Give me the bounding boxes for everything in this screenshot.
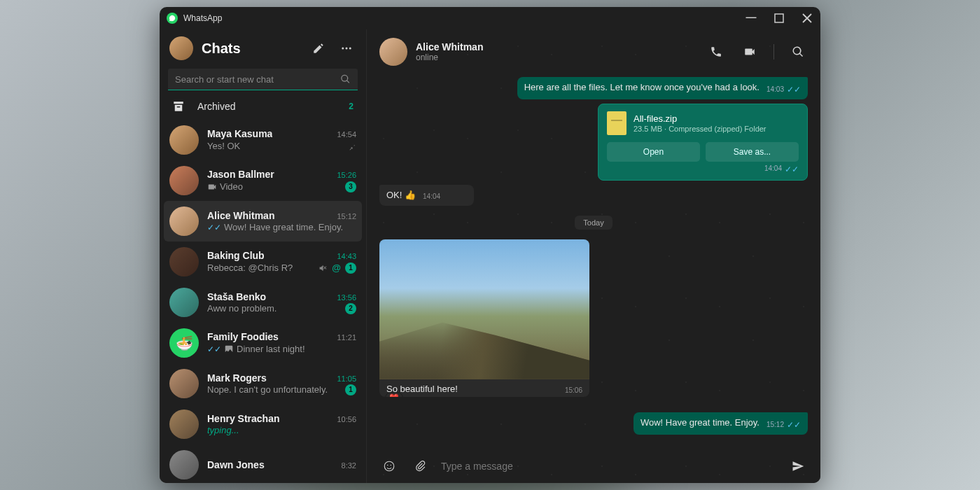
photo-icon [224, 343, 234, 356]
chat-preview: Nope. I can't go unfortunately. [207, 384, 328, 395]
app-window: WhatsApp Chats Archived 2 Maya K [160, 7, 820, 483]
chat-preview: ✓✓ Wow! Have great time. Enjoy. [207, 222, 343, 232]
chat-avatar: 🍜 [169, 328, 199, 358]
attach-button[interactable] [410, 456, 430, 476]
emoji-button[interactable] [379, 456, 399, 476]
contact-avatar[interactable] [379, 38, 407, 66]
chat-avatar [169, 288, 199, 317]
composer [367, 449, 820, 483]
search-input[interactable] [175, 74, 340, 85]
sidebar-title: Chats [202, 41, 300, 57]
message-out[interactable]: Wow! Have great time. Enjoy. 15:12✓✓ [634, 412, 808, 435]
file-attachment[interactable]: All-files.zip 23.5 MB · Compressed (zipp… [598, 104, 808, 181]
save-as-button[interactable]: Save as... [706, 142, 799, 162]
chat-name: Staša Benko [207, 291, 266, 302]
maximize-button[interactable] [773, 12, 785, 24]
search-icon [340, 73, 351, 85]
svg-point-7 [391, 465, 392, 466]
contact-status: online [416, 52, 698, 62]
message-in[interactable]: OK! 👍 14:04 [379, 185, 474, 206]
chat-item[interactable]: 🍜Family Foodies11:21✓✓ Dinner last night… [160, 323, 366, 363]
message-list[interactable]: Here are all the files. Let me know once… [367, 74, 820, 449]
contact-name: Alice Whitman [416, 41, 698, 52]
minimize-button[interactable] [745, 12, 757, 24]
chat-item[interactable]: Alice Whitman15:12✓✓ Wow! Have great tim… [164, 201, 362, 241]
chat-time: 15:12 [337, 212, 356, 220]
voice-call-button[interactable] [706, 42, 726, 62]
chat-avatar [169, 410, 199, 439]
chat-name: Alice Whitman [207, 210, 274, 221]
chat-item[interactable]: Henry Strachan10:56typing... [160, 404, 366, 444]
close-button[interactable] [801, 12, 813, 24]
file-subtitle: 23.5 MB · Compressed (zipped) Folder [634, 125, 766, 133]
open-file-button[interactable]: Open [607, 142, 700, 162]
chat-preview: typing... [207, 425, 239, 435]
message-photo[interactable] [379, 239, 589, 379]
reaction-badge[interactable]: ❤️ [385, 392, 403, 397]
chat-preview: Rebecca: @Chris R? [207, 262, 293, 273]
more-menu-button[interactable] [337, 38, 356, 58]
chat-avatar [169, 247, 199, 276]
chat-preview: Aww no problem. [207, 303, 276, 314]
read-check-icon: ✓✓ [207, 223, 221, 232]
chat-name: Dawn Jones [207, 459, 265, 470]
chat-time: 11:21 [337, 333, 356, 342]
chat-item[interactable]: Baking Club14:43Rebecca: @Chris R?@1 [160, 241, 366, 282]
message-out[interactable]: Here are all the files. Let me know once… [517, 77, 808, 99]
whatsapp-logo-icon [167, 13, 178, 24]
chat-avatar [169, 125, 199, 155]
mention-icon: @ [332, 262, 341, 273]
new-chat-button[interactable] [309, 38, 328, 58]
chat-item[interactable]: Maya Kasuma14:54Yes! OK [160, 120, 366, 160]
chat-name: Family Foodies [207, 331, 279, 342]
chat-list[interactable]: Maya Kasuma14:54Yes! OKJason Ballmer15:2… [160, 120, 366, 483]
chat-avatar [169, 450, 199, 479]
chat-preview: ✓✓ Dinner last night! [207, 343, 305, 356]
chat-time: 15:26 [337, 171, 356, 179]
conversation-panel: Alice Whitman online Here are all the fi… [367, 29, 820, 483]
image-message[interactable]: So beautiful here! 15:06 ❤️ [379, 239, 589, 397]
video-icon [207, 181, 217, 193]
search-box[interactable] [168, 69, 358, 90]
archived-row[interactable]: Archived 2 [160, 93, 366, 120]
date-separator: Today [575, 216, 612, 230]
message-input[interactable] [441, 461, 777, 472]
chat-time: 14:43 [337, 252, 356, 260]
read-check-icon: ✓✓ [787, 84, 801, 95]
chat-item[interactable]: Dawn Jones8:32 [160, 444, 366, 483]
chat-avatar [169, 206, 199, 236]
video-call-button[interactable] [740, 42, 760, 62]
chat-avatar [169, 369, 199, 398]
chat-name: Henry Strachan [207, 413, 279, 424]
my-avatar[interactable] [169, 36, 193, 60]
chat-item[interactable]: Jason Ballmer15:26 Video3 [160, 160, 366, 201]
divider [774, 44, 774, 59]
chat-item[interactable]: Staša Benko13:56Aww no problem.2 [160, 282, 366, 323]
chat-time: 8:32 [342, 461, 356, 470]
chat-name: Jason Ballmer [207, 169, 274, 180]
chat-name: Baking Club [207, 250, 265, 261]
unread-badge: 1 [345, 384, 356, 396]
app-title: WhatsApp [183, 13, 222, 23]
unread-badge: 1 [345, 262, 356, 274]
chat-name: Maya Kasuma [207, 128, 272, 139]
chat-time: 13:56 [337, 293, 356, 302]
chat-item[interactable]: Mark Rogers11:05Nope. I can't go unfortu… [160, 363, 366, 404]
archived-label: Archived [197, 101, 235, 112]
zip-file-icon [607, 111, 626, 135]
chat-avatar [169, 166, 199, 195]
chat-time: 11:05 [337, 374, 356, 383]
read-check-icon: ✓✓ [785, 164, 799, 174]
svg-rect-0 [746, 18, 757, 19]
conv-search-button[interactable] [788, 42, 808, 62]
svg-rect-1 [775, 14, 783, 22]
chat-name: Mark Rogers [207, 372, 267, 384]
read-check-icon: ✓✓ [207, 344, 221, 354]
sidebar: Chats Archived 2 Maya Kasuma14:54Yes! OK… [160, 29, 367, 483]
chat-time: 14:54 [337, 130, 356, 139]
svg-point-2 [342, 48, 344, 50]
file-name: All-files.zip [634, 113, 766, 124]
send-button[interactable] [788, 456, 808, 476]
unread-badge: 2 [345, 303, 356, 314]
unread-badge: 3 [345, 181, 356, 192]
